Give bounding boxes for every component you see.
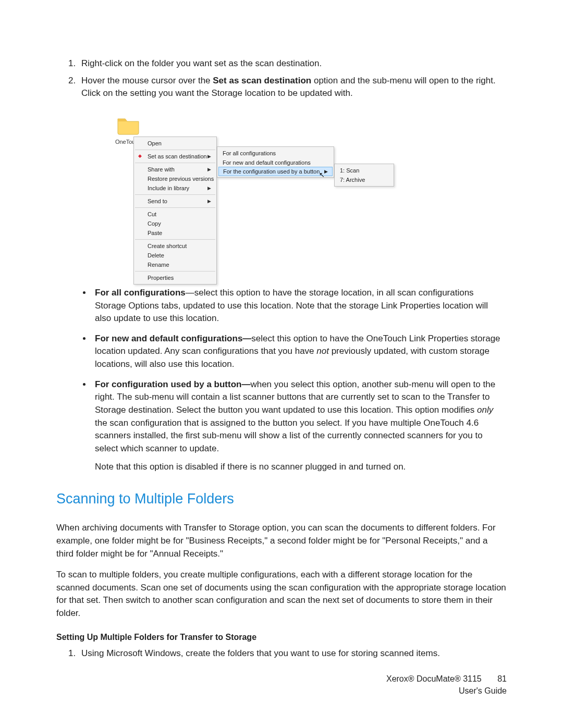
bullet-bold: For configuration used by a button— (95, 379, 250, 389)
document-page: Right-click on the folder you want set a… (0, 0, 563, 728)
bullet-bold: For new and default configurations— (95, 334, 251, 343)
paragraph-2: To scan to multiple folders, you create … (56, 569, 507, 620)
submenu-for-button[interactable]: For the configuration used by a button▶ (218, 167, 333, 176)
numbered-steps-2: Using Microsoft Windows, create the fold… (56, 647, 507, 660)
chevron-right-icon: ▶ (207, 167, 211, 172)
menu-properties[interactable]: Properties (134, 273, 216, 282)
menu-rename[interactable]: Rename (134, 260, 216, 269)
bullet-list: For all configurations—select this optio… (56, 287, 507, 473)
menu-separator (135, 163, 215, 163)
menu-separator (135, 271, 215, 272)
paragraph-1: When archiving documents with Transfer t… (56, 522, 507, 560)
bullet-for-button: For configuration used by a button—when … (92, 378, 507, 473)
step-bold: Set as scan destination (213, 76, 311, 85)
step-2: Hover the mouse cursor over the Set as s… (78, 75, 507, 100)
submenu-for-new-default[interactable]: For new and default configurations (217, 158, 334, 167)
menu-cut[interactable]: Cut (134, 209, 216, 219)
step-text: Right-click on the folder you want set a… (81, 58, 322, 68)
menu-paste[interactable]: Paste (134, 228, 216, 238)
menu-share-with[interactable]: Share with▶ (134, 165, 216, 174)
bullet-bold: For all configurations (95, 288, 186, 298)
submenu-buttons: 1: Scan 7: Archive (334, 164, 394, 187)
context-menu: Open Set as scan destination▶ Share with… (133, 137, 217, 285)
bullet-post: the scan configuration that is assigned … (95, 418, 483, 453)
submenu-button-archive[interactable]: 7: Archive (335, 175, 394, 184)
menu-separator (135, 150, 215, 150)
page-footer: Xerox® DocuMate® 3115 81 User's Guide (386, 673, 507, 697)
submenu-scan-destination: For all configurations For new and defau… (217, 146, 334, 178)
bullet-italic: only (477, 405, 493, 415)
footer-product: Xerox® DocuMate® 3115 (386, 674, 482, 683)
folder-icon (116, 115, 141, 135)
chevron-right-icon: ▶ (207, 186, 211, 191)
step-pre: Hover the mouse cursor over the (81, 76, 213, 85)
bullet-note: Note that this option is disabled if the… (95, 461, 507, 474)
bullet-italic: not (316, 346, 329, 356)
step-1: Right-click on the folder you want set a… (78, 57, 507, 70)
submenu-for-all[interactable]: For all configurations (217, 149, 334, 158)
menu-copy[interactable]: Copy (134, 219, 216, 228)
section-heading: Scanning to Multiple Folders (56, 491, 507, 507)
chevron-right-icon: ▶ (207, 154, 211, 159)
footer-page-number: 81 (497, 673, 507, 685)
step2-1: Using Microsoft Windows, create the fold… (78, 647, 507, 660)
menu-separator (135, 207, 215, 208)
context-menu-screenshot: OneTouch Open Set as scan destination▶ S… (113, 115, 394, 276)
bullet-for-all: For all configurations—select this optio… (92, 287, 507, 325)
step-text: Using Microsoft Windows, create the fold… (81, 648, 440, 658)
menu-create-shortcut[interactable]: Create shortcut (134, 241, 216, 251)
menu-separator (135, 239, 215, 240)
numbered-steps-1: Right-click on the folder you want set a… (56, 57, 507, 100)
menu-separator (135, 194, 215, 195)
footer-guide: User's Guide (386, 685, 507, 697)
chevron-right-icon: ▶ (207, 199, 211, 204)
bullet-for-new-default: For new and default configurations—selec… (92, 332, 507, 371)
menu-delete[interactable]: Delete (134, 251, 216, 260)
chevron-right-icon: ▶ (324, 169, 328, 174)
subheading: Setting Up Multiple Folders for Transfer… (56, 633, 507, 642)
submenu-button-scan[interactable]: 1: Scan (335, 166, 394, 175)
menu-send-to[interactable]: Send to▶ (134, 196, 216, 206)
menu-set-scan-destination[interactable]: Set as scan destination▶ (134, 152, 216, 161)
menu-restore-previous[interactable]: Restore previous versions (134, 174, 216, 183)
menu-include-library[interactable]: Include in library▶ (134, 183, 216, 193)
menu-open[interactable]: Open (134, 139, 216, 148)
